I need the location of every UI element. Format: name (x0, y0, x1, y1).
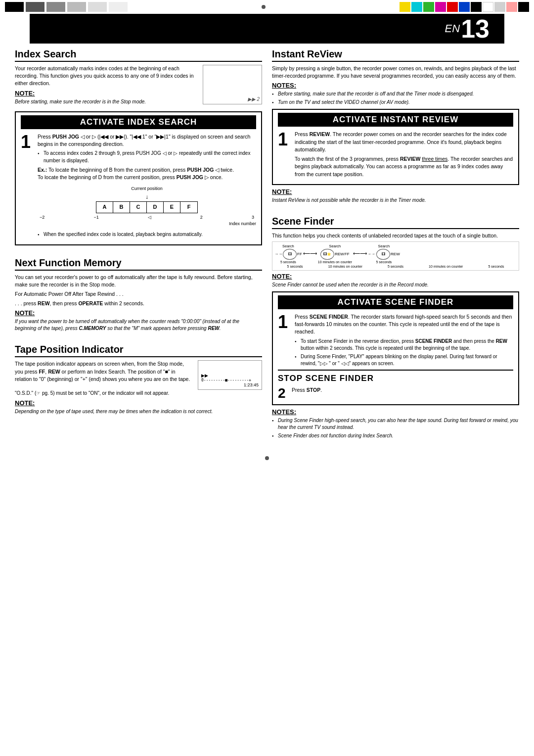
abcdef-d: D (147, 202, 164, 213)
sf-step1-row: 1 Press SCENE FINDER. The recorder start… (278, 313, 513, 370)
current-pos-arrow: ↓ (38, 193, 256, 201)
swatch-black-2 (518, 2, 529, 12)
stop-scene-finder-box: STOP SCENE FINDER 2 Press STOP. (278, 370, 513, 400)
index-note-text: Before starting, make sure the recorder … (15, 98, 198, 105)
sf-notes2-list: During Scene Finder high-speed search, y… (272, 417, 519, 439)
activate-instant-review-box: ACTIVATE INSTANT REVIEW 1 Press REVIEW. … (272, 109, 519, 185)
sf-block-3: Search ←← 🎞 REW 5 seconds (368, 244, 400, 264)
sf-row-1: →→ 🎞 FF (274, 249, 302, 260)
left-column: Index Search Your recorder automatically… (15, 48, 262, 446)
num-neg1: −1 (93, 214, 98, 221)
sf-circle-2: 🎞⭐ (320, 249, 334, 260)
bottom-registration-dot (0, 451, 534, 463)
scene-finder-body: This function helps you check contents o… (272, 232, 519, 239)
sf-step2-row: 2 Press STOP. (278, 386, 513, 400)
sf-circle-3: 🎞 (376, 249, 390, 260)
index-step-content: Press PUSH JOG ◁ or ▷ (|◀◀ or ▶▶|). "|◀◀… (38, 133, 256, 240)
tape-position-section: Tape Position Indicator The tape positio… (15, 344, 262, 418)
ir-step1-row: 1 Press REVIEW. The recorder power comes… (278, 131, 513, 180)
color-swatches (395, 0, 534, 14)
nfm-body: You can set your recorder's power to go … (15, 274, 262, 288)
current-pos-label: Current position (38, 186, 256, 192)
index-step-bullets: To access index codes 2 through 9, press… (38, 150, 256, 164)
index-arrow-indicator: ▶▶ 2 (248, 96, 260, 102)
ir-step1-text: Press REVIEW. The recorder power comes o… (295, 131, 513, 153)
ir-note-1: Before starting, make sure that the reco… (272, 91, 519, 97)
right-column: Instant ReView Simply by pressing a sing… (272, 48, 519, 446)
num-2: 2 (200, 214, 203, 221)
sf-ff-label-2: FF (345, 252, 350, 256)
scene-finder-diagram: Search →→ 🎞 FF 5 seconds ⟵⟶ Search 🎞⭐ (272, 241, 519, 271)
sf-step1-text: Press SCENE FINDER. The recorder starts … (295, 313, 513, 336)
index-search-note: NOTE: Before starting, make sure the rec… (15, 90, 198, 105)
abcdef-a: A (96, 202, 113, 213)
tape-bar-display: 0---------■---------+ (201, 378, 251, 382)
sf-notes2-heading: NOTES: (272, 408, 519, 416)
tape-time-display: 1:23:45 (201, 382, 259, 387)
swatch-green (423, 2, 434, 12)
next-function-memory-section: Next Function Memory You can set your re… (15, 257, 262, 335)
tape-indicator-arrow: ▶▶ (201, 373, 208, 378)
sf-block-2: Search 🎞⭐ REW FF 10 minutes on counter (318, 244, 352, 264)
color-block-5 (88, 2, 107, 12)
ir-note-2: Turn on the TV and select the VIDEO chan… (272, 99, 519, 106)
swatch-magenta (435, 2, 446, 12)
index-example-label: Ex.: To locate the beginning of B from t… (38, 166, 256, 181)
ir-step-number: 1 (278, 131, 291, 148)
index-search-section: Index Search Your recorder automatically… (15, 48, 262, 248)
abcdef-b: B (113, 202, 130, 213)
sf-circle-1: 🎞 (283, 249, 297, 260)
nfm-line2: For Automatic Power Off After Tape Rewin… (15, 290, 262, 298)
sf-bottom-times: 5 seconds 10 minutes on counter 5 second… (274, 265, 517, 268)
page-number: 13 (461, 16, 490, 42)
page-header-wrapper: EN 13 (15, 14, 519, 44)
sf-step-content: Press SCENE FINDER. The recorder starts … (295, 313, 513, 370)
center-registration-dot (262, 5, 266, 9)
sf-bullet-2: During Scene Finder, "PLAY" appears blin… (295, 353, 513, 368)
sf-bt-4: 10 minutes on counter (429, 265, 463, 268)
sf-note2-2: Scene Finder does not function during In… (272, 432, 519, 439)
swatch-pink (506, 2, 517, 12)
index-step-bullet2: When the specified index code is located… (38, 231, 256, 238)
sf-search-3: Search (378, 244, 390, 248)
sf-step-number: 1 (278, 313, 291, 331)
activate-index-search-box: ACTIVATE INDEX SEARCH 1 Press PUSH JOG ◁… (15, 111, 262, 245)
activate-index-title: ACTIVATE INDEX SEARCH (21, 115, 256, 129)
sf-bt-1: 5 seconds (287, 265, 303, 268)
nfm-note-block: NOTE: If you want the power to be turned… (15, 309, 262, 332)
sf-step-bullets: To start Scene Finder in the reverse dir… (295, 338, 513, 368)
abcdef-c: C (130, 202, 147, 213)
ir-note2-block: NOTE: Instant ReView is not possible whi… (272, 188, 519, 204)
top-color-bar (0, 0, 534, 14)
sf-sep-2: ⟵⟶ (353, 251, 367, 256)
sf-step2-content: Press STOP. (292, 386, 513, 396)
num-neg2: −2 (40, 214, 44, 221)
sf-row-2: 🎞⭐ REW FF (320, 249, 349, 260)
abcdef-boxes: A B C D E F (96, 201, 198, 213)
index-search-text: Your recorder automatically marks index … (15, 65, 198, 108)
sf-time-3: 5 seconds (376, 260, 392, 264)
index-step1-row: 1 Press PUSH JOG ◁ or ▷ (|◀◀ or ▶▶|). "|… (21, 133, 256, 240)
sf-sep-1: ⟵⟶ (303, 251, 317, 256)
tape-body2: "O.S.D." (☞ pg. 5) must be set to "ON", … (15, 390, 262, 397)
tape-note-block: NOTE: Depending on the type of tape used… (15, 399, 262, 415)
en-label: EN (445, 22, 460, 35)
scene-finder-section: Scene Finder This function helps you che… (272, 216, 519, 442)
activate-scene-finder-box: ACTIVATE SCENE FINDER 1 Press SCENE FIND… (272, 291, 519, 405)
sf-note-block: NOTE: Scene Finder cannot be used when t… (272, 273, 519, 288)
tape-note-italic: Depending on the type of tape used, ther… (15, 408, 262, 415)
abcdef-e: E (164, 202, 180, 213)
sf-arrow-right-1: →→ (274, 252, 282, 256)
sf-note2-1: During Scene Finder high-speed search, y… (272, 417, 519, 431)
tape-diagram-area: The tape position indicator appears on s… (15, 360, 262, 390)
tape-note-heading: NOTE: (15, 399, 262, 407)
nfm-note-italic: If you want the power to be turned off a… (15, 318, 262, 332)
sf-final-notes: NOTES: During Scene Finder high-speed se… (272, 408, 519, 439)
index-note-heading: NOTE: (15, 90, 198, 97)
instant-review-title: Instant ReView (272, 48, 519, 62)
sf-block-1: Search →→ 🎞 FF 5 seconds (274, 244, 302, 264)
index-number-label: Index number (38, 221, 256, 227)
sf-step2-number: 2 (278, 386, 289, 400)
ir-step-content: Press REVIEW. The recorder power comes o… (295, 131, 513, 180)
ir-note2-heading: NOTE: (272, 188, 519, 195)
